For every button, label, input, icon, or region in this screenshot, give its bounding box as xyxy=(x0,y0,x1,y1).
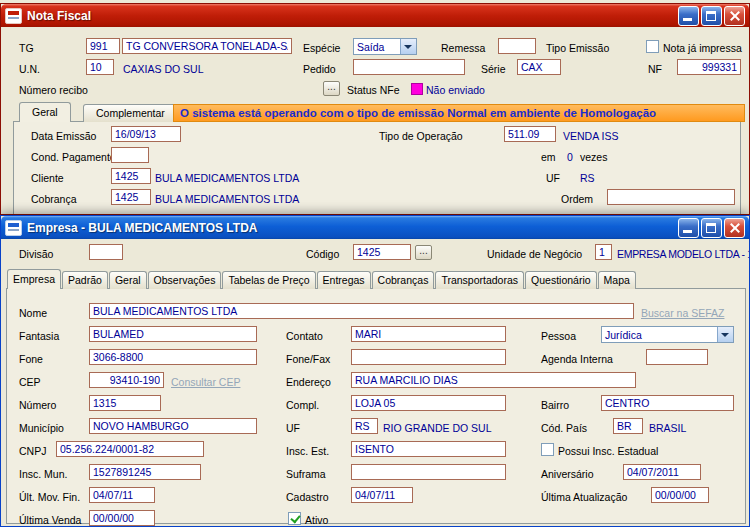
fonefax-label: Fone/Fax xyxy=(286,353,330,365)
bairro-field[interactable] xyxy=(601,395,734,411)
cond-pagamento-label: Cond. Pagamento xyxy=(31,151,116,163)
cadastro-field[interactable] xyxy=(351,487,413,503)
pessoa-label: Pessoa xyxy=(541,330,576,342)
tipo-operacao-field[interactable] xyxy=(504,126,556,142)
unidade-negocio-field[interactable] xyxy=(595,244,612,260)
maximize-icon xyxy=(706,11,716,21)
tg-name-field[interactable] xyxy=(122,38,292,54)
uf-label: UF xyxy=(546,172,560,184)
cobranca-name-text: BULA MEDICAMENTOS LTDA xyxy=(155,193,299,205)
ult-mov-fin-field[interactable] xyxy=(89,487,155,503)
fantasia-field[interactable] xyxy=(89,326,257,342)
endereco-label: Endereço xyxy=(286,376,331,388)
status-nfe-icon xyxy=(411,83,423,95)
tab-mapa[interactable]: Mapa xyxy=(598,271,636,289)
tab-transportadoras[interactable]: Transportadoras xyxy=(435,271,524,289)
serie-label: Série xyxy=(481,63,506,75)
pessoa-dropdown[interactable]: Jurídica xyxy=(601,326,734,343)
data-emissao-field[interactable] xyxy=(111,126,181,142)
nf-number-field[interactable] xyxy=(677,59,741,75)
close-button[interactable] xyxy=(724,6,745,26)
fone-field[interactable] xyxy=(89,349,257,365)
possui-insc-estadual-checkbox[interactable] xyxy=(541,443,554,456)
maximize-button[interactable] xyxy=(701,218,722,238)
minimize-icon xyxy=(683,18,692,21)
insc-est-label: Insc. Est. xyxy=(286,445,329,457)
tab-tabelas-de-preco[interactable]: Tabelas de Preço xyxy=(222,271,315,289)
window-controls xyxy=(676,6,745,26)
nome-field[interactable] xyxy=(89,303,634,319)
cod-pais-field[interactable] xyxy=(613,418,643,434)
suframa-field[interactable] xyxy=(351,464,506,480)
insc-est-field[interactable] xyxy=(351,441,506,457)
compl-field[interactable] xyxy=(351,395,506,411)
municipio-field[interactable] xyxy=(89,418,257,434)
close-icon xyxy=(725,219,744,237)
tab-geral[interactable]: Geral xyxy=(109,271,147,289)
insc-mun-label: Insc. Mun. xyxy=(19,468,67,480)
serie-field[interactable] xyxy=(517,59,561,75)
un-code-field[interactable] xyxy=(86,59,114,75)
uf-field[interactable] xyxy=(351,418,378,434)
status-nfe-label: Status NFe xyxy=(347,84,400,96)
tab-empresa[interactable]: Empresa xyxy=(7,269,61,289)
tab-observacoes[interactable]: Observações xyxy=(148,271,222,289)
empresa-window-title: Empresa - BULA MEDICAMENTOS LTDA xyxy=(27,221,257,235)
ultima-venda-label: Última Venda xyxy=(19,514,81,526)
insc-mun-field[interactable] xyxy=(89,464,201,480)
tab-padrao[interactable]: Padrão xyxy=(62,271,108,289)
codigo-field[interactable] xyxy=(353,244,411,260)
cep-label: CEP xyxy=(19,376,41,388)
close-button[interactable] xyxy=(724,218,745,238)
contato-field[interactable] xyxy=(351,326,506,342)
buscar-sefaz-link[interactable]: Buscar na SEFAZ xyxy=(641,307,724,319)
numero-recibo-ellipsis-button[interactable]: ... xyxy=(323,81,340,96)
unidade-negocio-label: Unidade de Negócio xyxy=(487,248,582,260)
consultar-cep-link[interactable]: Consultar CEP xyxy=(171,376,240,388)
cliente-code-field[interactable] xyxy=(111,168,151,184)
nota-ja-impressa-label: Nota já impressa xyxy=(663,42,742,54)
tg-code-field[interactable] xyxy=(86,38,120,54)
uf-label: UF xyxy=(286,422,300,434)
fonefax-field[interactable] xyxy=(351,349,506,365)
pedido-field[interactable] xyxy=(353,59,465,75)
pais-name-text: BRASIL xyxy=(649,422,686,434)
aniversario-field[interactable] xyxy=(623,464,701,480)
ultima-venda-field[interactable] xyxy=(89,510,155,526)
maximize-button[interactable] xyxy=(701,6,722,26)
ordem-field[interactable] xyxy=(607,189,735,205)
cep-field[interactable] xyxy=(89,372,164,388)
minimize-button[interactable] xyxy=(678,6,699,26)
cnpj-label: CNPJ xyxy=(19,445,46,457)
tab-entregas[interactable]: Entregas xyxy=(317,271,371,289)
tipo-operacao-label: Tipo de Operação xyxy=(379,130,463,142)
possui-insc-estadual-label: Possui Insc. Estadual xyxy=(558,445,658,457)
remessa-field[interactable] xyxy=(498,38,536,54)
tab-complementar[interactable]: Complementar xyxy=(83,104,178,122)
ultima-atualizacao-field[interactable] xyxy=(651,487,709,503)
cobranca-code-field[interactable] xyxy=(111,189,151,205)
pessoa-dropdown-button[interactable] xyxy=(717,327,733,342)
codigo-ellipsis-button[interactable]: ... xyxy=(415,245,432,260)
compl-label: Compl. xyxy=(286,399,319,411)
agenda-interna-field[interactable] xyxy=(646,349,708,365)
cond-pagamento-field[interactable] xyxy=(111,147,149,163)
especie-dropdown-button[interactable] xyxy=(400,39,416,54)
divisao-label: Divisão xyxy=(19,248,53,260)
minimize-icon xyxy=(683,230,692,233)
especie-dropdown[interactable]: Saída xyxy=(353,38,417,55)
cnpj-field[interactable] xyxy=(56,441,204,457)
tab-cobrancas[interactable]: Cobranças xyxy=(372,271,435,289)
divisao-field[interactable] xyxy=(89,244,123,260)
tab-questionario[interactable]: Questionário xyxy=(525,271,597,289)
nota-ja-impressa-checkbox[interactable] xyxy=(646,40,659,53)
unidade-negocio-name-text: EMPRESA MODELO LTDA - 1 xyxy=(617,248,750,260)
numero-field[interactable] xyxy=(89,395,161,411)
endereco-field[interactable] xyxy=(351,372,636,388)
ativo-checkbox[interactable] xyxy=(288,512,301,525)
minimize-button[interactable] xyxy=(678,218,699,238)
tab-geral[interactable]: Geral xyxy=(19,102,71,122)
nome-label: Nome xyxy=(19,307,47,319)
fone-label: Fone xyxy=(19,353,43,365)
homologacao-message: O sistema está operando com o tipo de em… xyxy=(173,104,745,122)
